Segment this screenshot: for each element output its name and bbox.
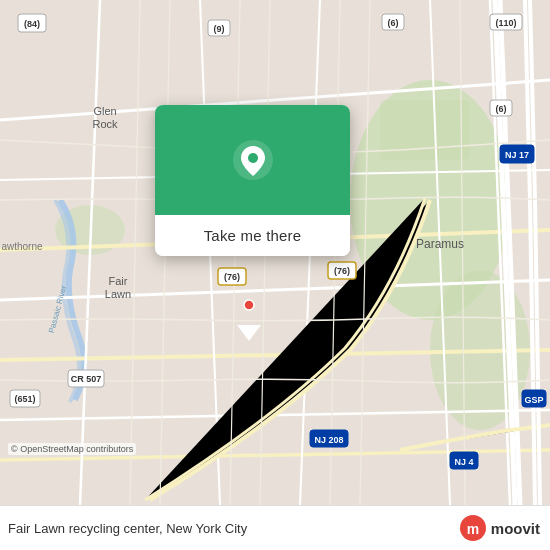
svg-point-54 [248,153,258,163]
svg-text:(651): (651) [14,394,35,404]
moovit-brand-icon: m [459,514,487,542]
svg-text:Paramus: Paramus [416,237,464,251]
svg-text:Lawn: Lawn [105,288,131,300]
svg-text:(110): (110) [495,18,516,28]
location-pin-icon [231,138,275,182]
popup-header [155,105,350,215]
popup-card: Take me there [155,105,350,256]
moovit-logo: m moovit [459,514,540,542]
svg-text:(9): (9) [214,24,225,34]
svg-text:NJ 208: NJ 208 [314,435,343,445]
svg-text:m: m [467,521,479,537]
svg-text:(76): (76) [224,272,240,282]
location-title: Fair Lawn recycling center, New York Cit… [8,521,247,536]
svg-text:(76): (76) [334,266,350,276]
svg-text:NJ 4: NJ 4 [454,457,473,467]
bottom-bar: Fair Lawn recycling center, New York Cit… [0,505,550,550]
svg-text:(6): (6) [496,104,507,114]
map-container: (84) (9) (6) (110) (6) NJ 17 (76) (76) N… [0,0,550,505]
take-me-there-button[interactable]: Take me there [155,215,350,256]
svg-text:(6): (6) [388,18,399,28]
svg-text:Glen: Glen [93,105,116,117]
svg-text:NJ 17: NJ 17 [505,150,529,160]
svg-text:Rock: Rock [92,118,118,130]
moovit-brand-name: moovit [491,520,540,537]
svg-text:GSP: GSP [524,395,543,405]
map-attribution: © OpenStreetMap contributors [8,443,136,455]
svg-point-52 [244,300,254,310]
svg-text:awthorne: awthorne [1,241,43,252]
svg-text:Fair: Fair [109,275,128,287]
svg-text:(84): (84) [24,19,40,29]
svg-text:CR 507: CR 507 [71,374,102,384]
popup-arrow [237,325,261,341]
